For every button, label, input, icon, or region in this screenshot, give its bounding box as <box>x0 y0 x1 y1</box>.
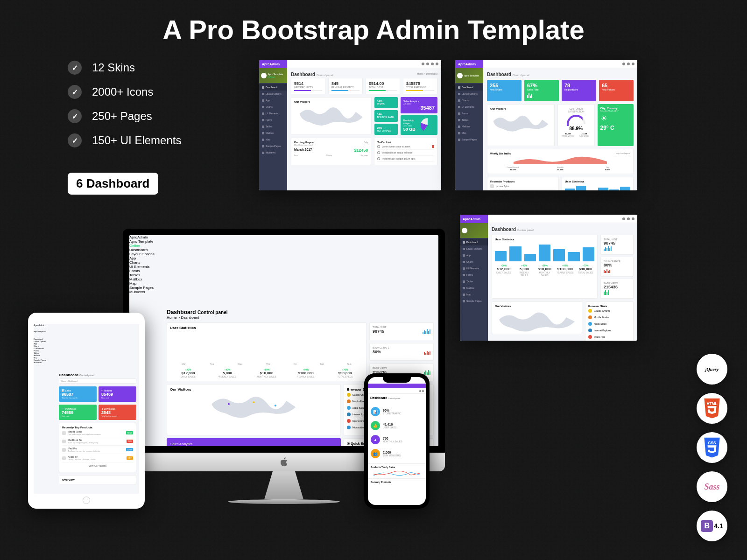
page-title: A Pro Bootstrap Admin Template <box>0 14 747 45</box>
nav-dashboard[interactable]: Dashboard <box>259 84 287 91</box>
dashboard-preview-3: AproAdmin Dashboard Layout Options App C… <box>460 215 637 341</box>
avatar <box>261 73 267 78</box>
nav-dashboard[interactable]: Dashboard <box>129 248 162 252</box>
nav-item[interactable]: Map <box>259 136 287 143</box>
visitors-map: Our Visitors <box>167 384 341 435</box>
likes-icon: 👍 <box>371 421 380 430</box>
home-button[interactable] <box>83 497 90 504</box>
svg-point-2 <box>275 405 276 406</box>
check-icon: ✓ <box>68 133 82 147</box>
tech-stack: jQuery HTML CSS Sass B4.1 <box>697 354 727 541</box>
svg-point-1 <box>253 401 254 403</box>
feature-item: 2000+ Icons <box>92 85 153 98</box>
sales-icon: ▲ <box>371 435 380 444</box>
todo-checkbox[interactable] <box>377 151 380 154</box>
nav-item[interactable]: UI Elements <box>259 110 287 117</box>
html5-badge: HTML <box>697 393 727 424</box>
pie-icon <box>421 118 435 132</box>
nav-item[interactable]: Layout Options <box>259 91 287 97</box>
traffic-icon: 📊 <box>371 407 380 416</box>
nav-item[interactable]: Mailbox <box>259 130 287 136</box>
check-icon: ✓ <box>68 109 82 123</box>
nav-item[interactable]: Multilevel <box>259 149 287 156</box>
gauge-icon <box>567 115 585 124</box>
nav-item[interactable]: Tables <box>259 123 287 130</box>
nav-item[interactable]: Charts <box>259 104 287 110</box>
ipad-mockup: AproAdmin Apro Template Dashboard Layout… <box>28 313 145 509</box>
user-stats-chart <box>170 330 363 363</box>
sass-badge: Sass <box>697 471 727 502</box>
apple-icon <box>279 457 289 467</box>
nav-item[interactable]: App <box>259 97 287 104</box>
visitors-map: Our Visitors <box>291 97 372 134</box>
todo-checkbox[interactable] <box>377 157 380 160</box>
css3-badge: CSS <box>697 432 727 463</box>
view-all-button[interactable]: View All Products <box>62 462 133 469</box>
nav-item[interactable]: Forms <box>259 117 287 123</box>
dashboard-count-badge: 6 Dashboard <box>68 173 158 195</box>
feature-item: 250+ Pages <box>92 110 152 123</box>
members-icon: 👥 <box>371 449 380 458</box>
dashboard-preview-2: AproAdmin Apro Template Dashboard Layout… <box>455 60 637 190</box>
weather-widget: City, Country Saturday May 6, 2017 ☀ 29°… <box>598 104 634 146</box>
nav-item[interactable]: Sample Pages <box>259 143 287 149</box>
bootstrap-badge: B4.1 <box>697 511 727 541</box>
jquery-badge: jQuery <box>697 354 727 385</box>
check-icon: ✓ <box>68 85 82 99</box>
svg-text:HTML: HTML <box>706 401 717 406</box>
svg-text:CSS: CSS <box>708 441 716 445</box>
todo-checkbox[interactable] <box>377 145 380 148</box>
svg-point-0 <box>228 403 230 405</box>
feature-item: 12 Skins <box>92 61 135 74</box>
feature-item: 150+ UI Elements <box>92 134 181 147</box>
check-icon: ✓ <box>68 61 82 75</box>
iphone-mockup: Dashboard Control panel 📊90%STORE TRAFFI… <box>364 373 430 509</box>
dashboard-preview-1: AproAdmin Apro TemplateOnline Dashboard … <box>259 60 441 190</box>
feature-list: ✓12 Skins ✓2000+ Icons ✓250+ Pages ✓150+… <box>68 61 181 158</box>
brand: AproAdmin <box>259 60 287 68</box>
